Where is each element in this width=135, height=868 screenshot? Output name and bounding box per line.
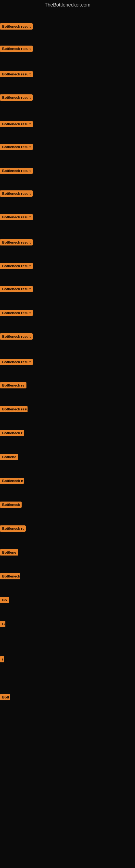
bottleneck-result-item[interactable]: Bottleneck result (0, 190, 33, 198)
bottleneck-label: Bottleneck result (0, 333, 33, 340)
bottleneck-result-item[interactable]: Bottlene (0, 549, 18, 557)
bottleneck-result-item[interactable]: Bo (0, 597, 9, 604)
bottleneck-label: Bottleneck result (0, 45, 33, 52)
bottleneck-label: Bottleneck result (0, 263, 33, 269)
bottleneck-label: Bottleneck result (0, 167, 33, 174)
bottleneck-result-item[interactable]: Bottleneck result (0, 214, 33, 221)
bottleneck-label: Bottleneck result (0, 214, 33, 220)
bottleneck-result-item[interactable]: i (0, 656, 4, 663)
bottleneck-label: Bottleneck result (0, 310, 33, 316)
bottleneck-result-item[interactable]: Bott (0, 694, 10, 702)
bottleneck-result-item[interactable]: Bottleneck n (0, 478, 24, 485)
bottleneck-label: Bottleneck result (0, 94, 33, 101)
bottleneck-label: Bottleneck n (0, 478, 24, 484)
bottleneck-result-item[interactable]: Bottleneck result (0, 23, 33, 31)
bottleneck-result-item[interactable]: Bottleneck result (0, 94, 33, 102)
bottleneck-label: Bottleneck (0, 573, 20, 579)
bottleneck-label: Bottleneck result (0, 23, 33, 30)
bottleneck-label: i (0, 656, 4, 662)
bottleneck-result-item[interactable]: Bottleneck re (0, 525, 26, 533)
bottleneck-label: Bottlene (0, 549, 18, 556)
bottleneck-result-item[interactable]: Bottleneck result (0, 406, 28, 413)
bottleneck-result-item[interactable]: Bottleneck result (0, 167, 33, 175)
bottleneck-label: Bottlene (0, 454, 18, 460)
bottleneck-label: Bottleneck result (0, 406, 28, 412)
bottleneck-label: Bottleneck result (0, 121, 33, 127)
bottleneck-result-item[interactable]: Bottleneck result (0, 310, 33, 317)
bottleneck-label: Bottleneck (0, 501, 21, 508)
bottleneck-result-item[interactable]: Bottleneck (0, 573, 20, 581)
bottleneck-result-item[interactable]: Bottleneck r (0, 430, 24, 437)
bottleneck-label: Bottleneck re (0, 382, 27, 389)
bottleneck-result-item[interactable]: Bottleneck result (0, 71, 33, 79)
bottleneck-label: Bottleneck result (0, 144, 33, 150)
bottleneck-result-item[interactable]: Bottleneck result (0, 263, 33, 270)
bottleneck-result-item[interactable]: Bottleneck result (0, 359, 33, 366)
bottleneck-label: Bottleneck result (0, 286, 33, 292)
bottleneck-result-item[interactable]: Bottleneck result (0, 144, 33, 151)
bottleneck-label: Bottleneck result (0, 359, 33, 365)
site-title: TheBottlenecker.com (0, 0, 135, 10)
bottleneck-result-item[interactable]: Bottlene (0, 454, 18, 461)
bottleneck-label: Bott (0, 694, 10, 701)
bottleneck-label: Bottleneck re (0, 525, 26, 532)
bottleneck-result-item[interactable]: Bottleneck re (0, 382, 27, 390)
bottleneck-result-item[interactable]: Bottleneck result (0, 45, 33, 53)
bottleneck-label: Bottleneck result (0, 239, 33, 246)
bottleneck-label: Bottleneck result (0, 190, 33, 197)
bottleneck-result-item[interactable]: Bottleneck (0, 501, 21, 509)
bottleneck-result-item[interactable]: Bottleneck result (0, 239, 33, 247)
bottleneck-result-item[interactable]: Bottleneck result (0, 286, 33, 293)
bottleneck-result-item[interactable]: B (0, 621, 5, 628)
bottleneck-label: Bottleneck r (0, 430, 24, 436)
bottleneck-result-item[interactable]: Bottleneck result (0, 121, 33, 128)
bottleneck-label: Bo (0, 597, 9, 603)
bottleneck-label: Bottleneck result (0, 71, 33, 77)
bottleneck-label: B (0, 621, 5, 627)
bottleneck-result-item[interactable]: Bottleneck result (0, 333, 33, 341)
